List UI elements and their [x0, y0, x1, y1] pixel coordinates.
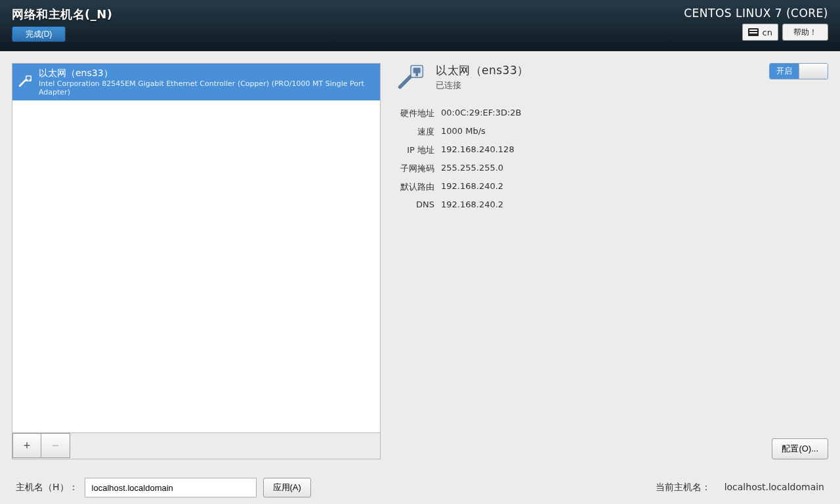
help-button[interactable]: 帮助！: [782, 24, 828, 41]
interface-list[interactable]: 以太网（ens33） Intel Corporation 82545EM Gig…: [12, 63, 381, 433]
interface-detail-pane: 以太网（ens33） 已连接 开启 硬件地址00:0C:29:EF:3D:2B …: [395, 63, 828, 459]
interface-toggle[interactable]: 开启: [769, 63, 828, 79]
interface-name: 以太网（ens33）: [39, 68, 375, 79]
remove-interface-button[interactable]: −: [41, 433, 70, 458]
detail-label: 速度: [395, 126, 434, 138]
svg-rect-5: [415, 73, 418, 77]
detail-interface-title: 以太网（ens33）: [436, 63, 760, 78]
keyboard-layout-chip[interactable]: cn: [742, 24, 778, 41]
svg-rect-4: [413, 68, 421, 73]
detail-grid: 硬件地址00:0C:29:EF:3D:2B 速度1000 Mb/s IP 地址1…: [395, 108, 828, 216]
detail-label: 子网掩码: [395, 163, 434, 175]
detail-value: 192.168.240.2: [441, 200, 503, 209]
list-toolbar: + −: [12, 433, 381, 459]
detail-label: DNS: [395, 200, 434, 209]
hostname-bar: 主机名（H）： 应用(A) 当前主机名： localhost.localdoma…: [0, 459, 840, 504]
configure-button[interactable]: 配置(O)...: [772, 438, 828, 459]
toggle-on-label: 开启: [770, 64, 799, 79]
toggle-knob: [799, 64, 828, 79]
interface-list-item[interactable]: 以太网（ens33） Intel Corporation 82545EM Gig…: [12, 64, 380, 100]
hostname-label: 主机名（H）：: [16, 482, 78, 494]
detail-interface-status: 已连接: [436, 79, 760, 91]
current-hostname-label: 当前主机名：: [656, 482, 711, 492]
hostname-input[interactable]: [85, 478, 257, 497]
detail-value: 00:0C:29:EF:3D:2B: [441, 108, 521, 119]
header-bar: 网络和主机名(_N) 完成(D) CENTOS LINUX 7 (CORE) c…: [0, 0, 840, 51]
apply-hostname-button[interactable]: 应用(A): [263, 478, 311, 497]
detail-value: 1000 Mb/s: [441, 126, 486, 138]
detail-label: 硬件地址: [395, 108, 434, 119]
detail-label: 默认路由: [395, 181, 434, 193]
detail-value: 192.168.240.2: [441, 181, 503, 193]
ethernet-icon: [395, 63, 427, 92]
done-button[interactable]: 完成(D): [12, 26, 66, 42]
detail-value: 255.255.255.0: [441, 163, 503, 175]
detail-label: IP 地址: [395, 144, 434, 156]
add-interface-button[interactable]: +: [12, 433, 41, 458]
keyboard-icon: [748, 28, 759, 36]
ethernet-icon: [18, 74, 33, 90]
interface-list-pane: 以太网（ens33） Intel Corporation 82545EM Gig…: [12, 63, 381, 459]
screen-title: 网络和主机名(_N): [12, 7, 113, 22]
detail-value: 192.168.240.128: [441, 144, 514, 156]
svg-rect-1: [27, 77, 31, 80]
svg-rect-2: [28, 79, 30, 81]
interface-desc: Intel Corporation 82545EM Gigabit Ethern…: [39, 79, 375, 96]
distro-label: CENTOS LINUX 7 (CORE): [684, 7, 828, 20]
keyboard-layout-text: cn: [763, 28, 772, 37]
current-hostname-value: localhost.localdomain: [724, 482, 824, 492]
